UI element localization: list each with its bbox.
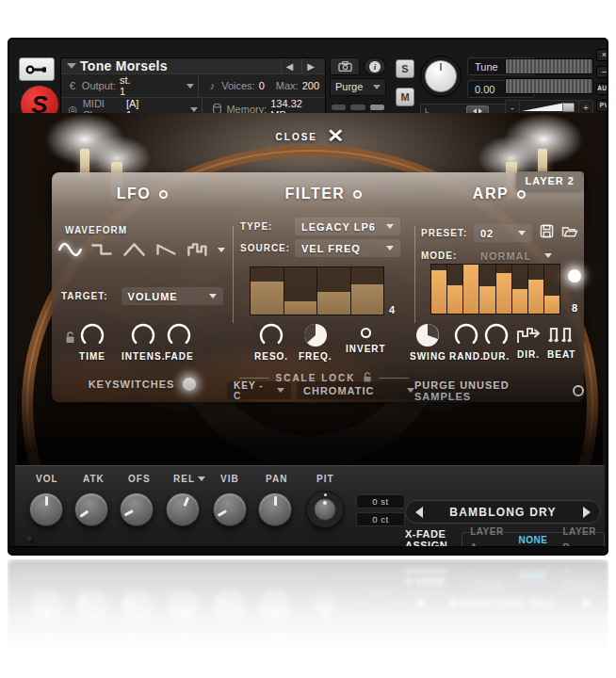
save-preset-icon[interactable]	[540, 224, 554, 242]
camera-icon	[338, 61, 352, 72]
scale-dropdown[interactable]: CHROMATIC	[297, 381, 421, 399]
attack-knob[interactable]	[74, 492, 108, 526]
output-dropdown-caret[interactable]	[186, 84, 194, 89]
arp-title: ARP	[414, 186, 584, 202]
arp-swing-knob[interactable]: SWING	[410, 321, 446, 362]
square-wave-icon[interactable]	[89, 240, 115, 259]
lfo-target-dropdown[interactable]: VOLUME	[122, 287, 223, 305]
random-wave-icon[interactable]	[186, 240, 211, 259]
solo-button[interactable]: S	[396, 59, 414, 78]
waveform-dropdown-caret[interactable]	[218, 248, 225, 252]
max-voices-value[interactable]: 200	[302, 80, 319, 91]
lfo-power-toggle[interactable]	[159, 190, 168, 199]
close-overlay-button[interactable]: CLOSE ✕	[17, 126, 603, 147]
release-knob[interactable]	[166, 492, 200, 526]
lfo-fade-knob[interactable]: FADE	[165, 321, 194, 362]
close-x-icon: ✕	[327, 127, 344, 146]
arp-direction-button[interactable]: DIR.	[515, 323, 542, 360]
arp-power-toggle[interactable]	[517, 190, 526, 199]
next-instrument-arrow[interactable]: ▶	[301, 58, 319, 73]
meter-segment	[332, 105, 346, 110]
mute-button[interactable]: M	[396, 88, 414, 106]
rel-dropdown-caret[interactable]	[198, 476, 205, 481]
purge-unused-button[interactable]	[573, 385, 584, 396]
waveform-label: WAVEFORM	[65, 225, 127, 235]
volume-minus[interactable]: -	[506, 103, 519, 113]
info-button[interactable]: i	[364, 57, 386, 75]
pitch-semitones-box[interactable]: 0 st	[356, 494, 405, 508]
volume-track[interactable]	[519, 101, 579, 114]
waveform-selector	[57, 240, 227, 259]
filter-type-dropdown[interactable]: LEGACY LP6	[295, 218, 400, 235]
triangle-wave-icon[interactable]	[122, 240, 147, 259]
filter-invert-toggle[interactable]: INVERT	[346, 328, 386, 354]
purge-menu[interactable]: Purge	[330, 78, 386, 96]
tune-knob-ring	[420, 56, 462, 97]
tune-knob[interactable]	[425, 60, 457, 92]
pitch-knob[interactable]	[306, 491, 344, 528]
snapshot-camera-button[interactable]	[330, 57, 360, 75]
dropdown-caret	[544, 253, 552, 258]
divider	[379, 378, 409, 379]
voices-value: 0	[259, 80, 265, 91]
pitch-cents-box[interactable]: 0 ct	[356, 512, 405, 526]
arp-mode-label: MODE:	[421, 250, 466, 261]
filter-step-sequencer[interactable]	[250, 266, 384, 315]
window-close-button[interactable]: ×	[596, 49, 608, 61]
info-icon: i	[368, 60, 381, 73]
prev-instrument-arrow[interactable]: ◀	[281, 58, 299, 73]
aux-button[interactable]: AUX	[596, 83, 608, 95]
arp-duration-knob[interactable]: DUR.	[482, 321, 511, 362]
arp-mode-dropdown[interactable]: NORMAL	[474, 247, 559, 265]
load-preset-folder-icon[interactable]	[561, 225, 578, 242]
arp-preset-label: PRESET:	[421, 228, 466, 238]
filter-steps-count[interactable]: 4	[389, 304, 395, 315]
direction-icon	[515, 323, 542, 347]
lfo-time-knob[interactable]: TIME	[78, 321, 106, 362]
meter-segment	[370, 105, 384, 110]
arp-step-sequencer[interactable]	[430, 264, 560, 315]
volume-plus[interactable]: +	[579, 103, 592, 113]
divider	[414, 226, 415, 323]
saw-wave-icon[interactable]	[154, 240, 179, 259]
instrument-info-box: Tone Morsels ◀ ▶ € Output: st. 1 ♪ Voice…	[60, 57, 326, 116]
next-articulation-arrow[interactable]	[583, 507, 591, 518]
arp-random-knob[interactable]: RAND.	[449, 321, 484, 362]
arp-steps-count[interactable]: 8	[572, 302, 577, 314]
vibrato-knob[interactable]	[213, 492, 247, 526]
dropdown-caret	[386, 224, 394, 229]
filter-power-toggle[interactable]	[353, 190, 362, 199]
sine-wave-icon[interactable]	[57, 240, 83, 259]
kontakt-header: S Tone Morsels ◀ ▶ € Output: st. 1 ♪ Voi…	[9, 40, 607, 113]
lfo-intensity-knob[interactable]: INTENS.	[122, 321, 165, 362]
keyswitches-toggle[interactable]	[183, 378, 196, 391]
articulation-selector[interactable]: BAMBLONG DRY	[405, 500, 601, 524]
dropdown-caret	[386, 246, 394, 250]
keyswitches-label: KEYSWITCHES	[89, 379, 175, 390]
arp-beat-button[interactable]: BEAT	[547, 323, 575, 360]
output-value[interactable]: st. 1	[120, 74, 138, 97]
pan-knob[interactable]	[258, 492, 292, 526]
key-dropdown[interactable]: KEY - C	[227, 381, 291, 399]
vol-label: VOL	[36, 474, 58, 484]
midi-dropdown-caret[interactable]	[190, 107, 198, 112]
prev-articulation-arrow[interactable]	[415, 507, 423, 518]
arp-preset-dropdown[interactable]: 02	[474, 224, 532, 242]
lfo-lock-icon[interactable]	[65, 331, 75, 347]
xfade-assign-none[interactable]: NONE	[511, 532, 556, 548]
edit-instrument-button[interactable]	[19, 57, 55, 81]
arp-steps-toggle[interactable]	[568, 269, 581, 282]
xfade-assign-group: LAYER A NONE LAYER B	[462, 532, 605, 548]
window-minimize-button[interactable]: –	[596, 66, 608, 78]
level-meter-right	[505, 78, 593, 94]
offset-knob[interactable]	[120, 492, 154, 526]
volume-knob[interactable]	[29, 492, 63, 526]
pv-button[interactable]: PV	[596, 100, 608, 112]
filter-resonance-knob[interactable]: RESO.	[254, 321, 288, 362]
footer-strip	[9, 546, 608, 556]
volume-handle[interactable]	[562, 103, 575, 112]
reflection: S Tone Morsels ◀ ▶ € Output: st. 1 ♪ Voi…	[8, 559, 608, 665]
instrument-menu-caret[interactable]	[67, 63, 76, 69]
filter-source-dropdown[interactable]: VEL FREQ	[295, 239, 400, 257]
filter-frequency-knob[interactable]: FREQ.	[299, 321, 332, 362]
